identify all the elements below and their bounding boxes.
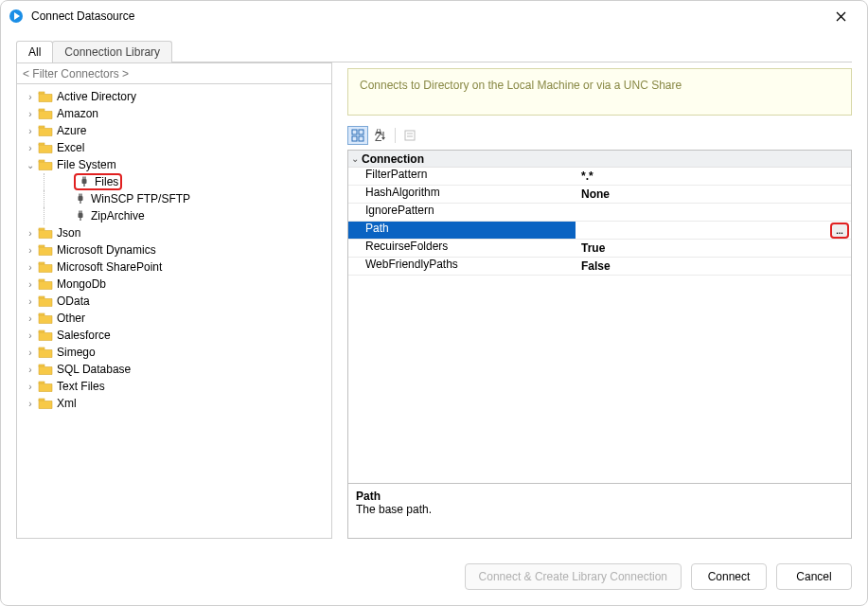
folder-icon	[38, 380, 53, 393]
property-row-hashalgorithm[interactable]: HashAlgorithmNone	[348, 186, 851, 204]
tree-item-microsoft-sharepoint[interactable]: ›Microsoft SharePoint	[19, 258, 329, 276]
tree-item-xml[interactable]: ›Xml	[19, 395, 329, 412]
chevron-right-icon[interactable]	[61, 210, 72, 222]
property-value[interactable]: *.*	[576, 168, 851, 185]
folder-icon	[38, 397, 53, 410]
chevron-right-icon[interactable]: ›	[25, 261, 36, 273]
svg-rect-35	[359, 136, 363, 141]
property-value[interactable]	[576, 204, 851, 221]
tree-item-active-directory[interactable]: ›Active Directory	[19, 88, 329, 105]
tree-item-other[interactable]: ›Other	[19, 310, 329, 327]
property-row-filterpattern[interactable]: FilterPattern*.*	[348, 168, 851, 186]
tree-item-label: MongoDb	[57, 277, 106, 291]
chevron-right-icon[interactable]: ›	[25, 312, 36, 324]
property-row-recuirsefolders[interactable]: RecuirseFoldersTrue	[348, 240, 851, 258]
tree-item-winscp-ftp-sftp[interactable]: WinSCP FTP/SFTP	[19, 190, 329, 207]
tree-item-label: Amazon	[57, 107, 98, 120]
svg-rect-5	[39, 109, 44, 111]
tree-item-sql-database[interactable]: ›SQL Database	[19, 361, 329, 378]
right-pane: Connects to Directory on the Local Machi…	[347, 62, 852, 539]
filter-input[interactable]	[17, 63, 331, 84]
tree-item-mongodb[interactable]: ›MongoDb	[19, 276, 329, 293]
connect-create-library-button[interactable]: Connect & Create Library Connection	[465, 563, 682, 590]
svg-rect-34	[352, 136, 357, 141]
connector-icon	[74, 192, 87, 205]
svg-rect-28	[39, 348, 44, 349]
tab-connection-library[interactable]: Connection Library	[52, 41, 172, 62]
footer: Connect & Create Library Connection Conn…	[1, 550, 867, 605]
tree-item-label: File System	[57, 158, 116, 171]
cancel-button[interactable]: Cancel	[776, 563, 852, 590]
chevron-right-icon[interactable]: ›	[25, 295, 36, 307]
tree-item-text-files[interactable]: ›Text Files	[19, 378, 329, 395]
tab-all[interactable]: All	[16, 41, 53, 62]
connect-button[interactable]: Connect	[691, 563, 767, 590]
chevron-right-icon[interactable]: ›	[25, 125, 36, 136]
folder-icon	[38, 346, 53, 359]
property-value[interactable]: True	[576, 240, 851, 257]
browse-button[interactable]: ...	[830, 223, 849, 239]
tree-item-amazon[interactable]: ›Amazon	[19, 105, 329, 122]
tree-item-microsoft-dynamics[interactable]: ›Microsoft Dynamics	[19, 241, 329, 258]
property-toolbar: AZ	[347, 125, 852, 146]
property-name: IgnorePattern	[348, 204, 576, 221]
connector-icon	[78, 175, 91, 188]
svg-text:Z: Z	[375, 131, 381, 142]
chevron-right-icon[interactable]: ›	[25, 227, 36, 239]
chevron-right-icon[interactable]: ›	[25, 244, 36, 256]
folder-icon	[38, 260, 53, 274]
svg-rect-17	[79, 213, 83, 218]
close-button[interactable]	[822, 3, 859, 29]
property-name: HashAlgorithm	[348, 186, 576, 203]
tree-item-simego[interactable]: ›Simego	[19, 344, 329, 361]
chevron-right-icon[interactable]	[61, 193, 72, 205]
folder-icon	[38, 226, 53, 240]
property-row-webfriendlypaths[interactable]: WebFriendlyPathsFalse	[348, 258, 851, 276]
property-row-ignorepattern[interactable]: IgnorePattern	[348, 204, 851, 222]
tree-item-odata[interactable]: ›OData	[19, 293, 329, 310]
property-value[interactable]: False	[576, 258, 851, 275]
tree-item-excel[interactable]: ›Excel	[19, 139, 329, 156]
chevron-right-icon[interactable]: ›	[25, 91, 36, 102]
chevron-down-icon[interactable]: ⌄	[348, 153, 362, 164]
tree-item-salesforce[interactable]: ›Salesforce	[19, 327, 329, 344]
property-row-path[interactable]: Path...	[348, 222, 851, 240]
category-row-connection[interactable]: ⌄ Connection	[348, 151, 851, 168]
tree-item-json[interactable]: ›Json	[19, 224, 329, 241]
property-value[interactable]: None	[576, 186, 851, 203]
tree-item-label: Salesforce	[57, 329, 111, 342]
property-grid-body[interactable]: ⌄ Connection FilterPattern*.*HashAlgorit…	[348, 151, 851, 483]
chevron-right-icon[interactable]: ›	[25, 398, 36, 409]
svg-rect-22	[39, 245, 44, 247]
sort-button[interactable]: AZ	[370, 126, 391, 145]
folder-icon	[38, 158, 53, 171]
svg-rect-30	[39, 382, 44, 383]
folder-icon	[38, 124, 53, 137]
tree-item-files[interactable]: Files	[19, 173, 329, 190]
folder-icon	[38, 243, 53, 257]
window-title: Connect Datasource	[31, 9, 134, 23]
tree-item-file-system[interactable]: ⌄File System	[19, 156, 329, 173]
chevron-right-icon[interactable]	[61, 176, 72, 187]
svg-rect-29	[39, 365, 44, 366]
property-name: WebFriendlyPaths	[348, 258, 576, 275]
chevron-right-icon[interactable]: ›	[25, 108, 36, 119]
tree-item-ziparchive[interactable]: ZipArchive	[19, 207, 329, 224]
tree-item-azure[interactable]: ›Azure	[19, 122, 329, 139]
chevron-down-icon[interactable]: ⌄	[25, 159, 36, 170]
tree-item-label: Text Files	[57, 380, 105, 393]
chevron-right-icon[interactable]: ›	[25, 364, 36, 375]
categorize-button[interactable]	[347, 126, 368, 145]
tabstrip: All Connection Library	[16, 39, 852, 62]
chevron-right-icon[interactable]: ›	[25, 278, 36, 290]
properties-pages-button[interactable]	[399, 126, 420, 145]
chevron-right-icon[interactable]: ›	[25, 142, 36, 153]
property-value[interactable]: ...	[576, 222, 851, 239]
chevron-right-icon[interactable]: ›	[25, 330, 36, 341]
tree-item-label: Simego	[57, 346, 96, 359]
connector-tree[interactable]: ›Active Directory›Amazon›Azure›Excel⌄Fil…	[17, 84, 331, 538]
svg-rect-24	[39, 279, 44, 281]
chevron-right-icon[interactable]: ›	[25, 381, 36, 392]
property-description-title: Path	[356, 490, 843, 503]
chevron-right-icon[interactable]: ›	[25, 347, 36, 358]
